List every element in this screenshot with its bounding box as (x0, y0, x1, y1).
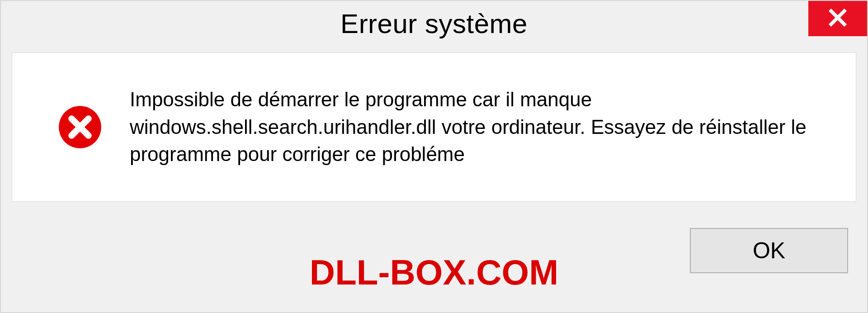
error-message: Impossible de démarrer le programme car … (130, 86, 838, 168)
ok-button[interactable]: OK (690, 228, 848, 273)
watermark-text: DLL-BOX.COM (310, 252, 558, 293)
titlebar: Erreur système (1, 1, 867, 46)
dialog-title: Erreur système (340, 8, 528, 39)
error-icon (57, 104, 103, 150)
dialog-footer: DLL-BOX.COM OK (1, 202, 867, 312)
close-icon (828, 8, 848, 29)
content-panel: Impossible de démarrer le programme car … (12, 52, 856, 202)
system-error-dialog: Erreur système Impossible de démarrer le… (0, 0, 868, 313)
close-button[interactable] (808, 1, 867, 36)
